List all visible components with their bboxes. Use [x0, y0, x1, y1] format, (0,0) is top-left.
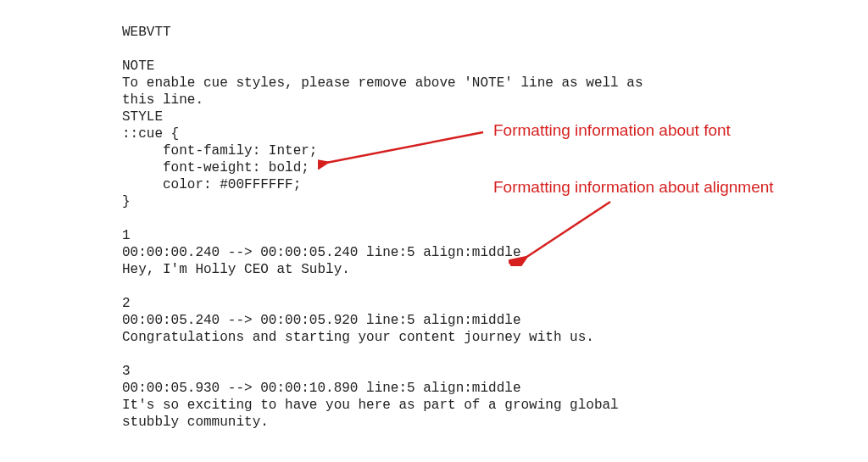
code-line: To enable cue styles, please remove abov… [122, 75, 643, 91]
annotation-font-label: Formatting information about font [493, 121, 731, 140]
code-line: Hey, I'm Holly CEO at Subly. [122, 262, 350, 277]
code-line: this line. [122, 92, 203, 108]
code-line: STYLE [122, 109, 163, 125]
code-line: 00:00:05.930 --> 00:00:10.890 line:5 ali… [122, 381, 520, 396]
code-line: Congratulations and starting your conten… [122, 330, 594, 345]
code-line: WEBVTT [122, 25, 171, 40]
code-line: font-weight: bold; [122, 160, 309, 175]
code-line: stubbly community. [122, 415, 269, 430]
code-line: font-family: Inter; [122, 143, 317, 159]
code-line: 1 [122, 228, 131, 243]
code-line: 00:00:05.240 --> 00:00:05.920 line:5 ali… [122, 313, 520, 328]
code-line: 00:00:00.240 --> 00:00:05.240 line:5 ali… [122, 245, 520, 260]
code-line: 3 [122, 364, 131, 379]
code-line: ::cue { [122, 126, 179, 142]
code-line: } [122, 194, 131, 209]
code-line: color: #00FFFFFF; [122, 177, 301, 192]
annotation-alignment-label: Formatting information about alignment [493, 178, 774, 197]
vtt-code-block: WEBVTT NOTE To enable cue styles, please… [122, 24, 643, 431]
code-line: 2 [122, 296, 131, 311]
code-line: It's so exciting to have you here as par… [122, 398, 619, 413]
code-line: NOTE [122, 58, 154, 74]
